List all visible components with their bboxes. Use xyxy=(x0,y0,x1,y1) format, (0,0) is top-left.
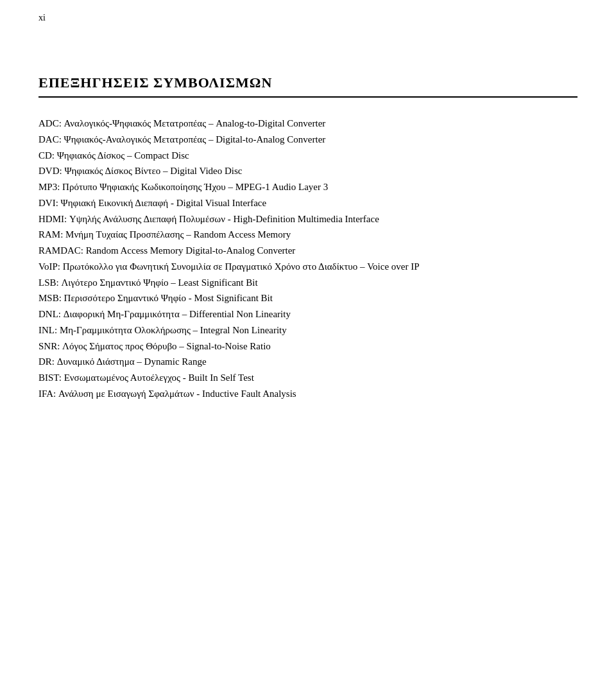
page-number: xi xyxy=(38,13,578,23)
entry-dac: DAC: Ψηφιακός-Αναλογικός Μετατροπέας – D… xyxy=(38,132,578,148)
title-divider xyxy=(38,96,578,98)
page-title: ΕΠΕΞΗΓΗΣΕΙΣ ΣΥΜΒΟΛΙΣΜΩΝ xyxy=(38,74,578,91)
entry-ram: RAM: Μνήμη Τυχαίας Προσπέλασης – Random … xyxy=(38,227,578,243)
entry-cd: CD: Ψηφιακός Δίσκος – Compact Disc xyxy=(38,148,578,164)
entry-lsb: LSB: Λιγότερο Σημαντικό Ψηφίο – Least Si… xyxy=(38,275,578,291)
entry-ramdac: RAMDAC: Random Access Memory Digital-to-… xyxy=(38,243,578,259)
entry-adc: ADC: Αναλογικός-Ψηφιακός Μετατροπέας – A… xyxy=(38,116,578,132)
content-block: ADC: Αναλογικός-Ψηφιακός Μετατροπέας – A… xyxy=(38,116,578,402)
entry-mp3: MP3: Πρότυπο Ψηφιακής Κωδικοποίησης Ήχου… xyxy=(38,179,578,195)
entry-msb: MSB: Περισσότερο Σημαντικό Ψηφίο - Most … xyxy=(38,290,578,306)
entry-ifa: IFA: Ανάλυση με Εισαγωγή Σφαλμάτων - Ind… xyxy=(38,386,578,402)
entry-dnl: DNL: Διαφορική Μη-Γραμμικότητα – Differe… xyxy=(38,306,578,322)
entry-inl: INL: Μη-Γραμμικότητα Ολοκλήρωσης – Integ… xyxy=(38,322,578,338)
entry-bist: BIST: Ενσωματωμένος Αυτοέλεγχος - Built … xyxy=(38,370,578,386)
entry-snr: SNR: Λόγος Σήματος προς Θόρυβο – Signal-… xyxy=(38,338,578,354)
entry-dvd: DVD: Ψηφιακός Δίσκος Βίντεο – Digital Vi… xyxy=(38,163,578,179)
entry-dr: DR: Δυναμικό Διάστημα – Dynamic Range xyxy=(38,354,578,370)
entry-voip: VoIP: Πρωτόκολλο για Φωνητική Συνομιλία … xyxy=(38,259,578,275)
entry-hdmi: HDMI: Υψηλής Ανάλυσης Διεπαφή Πολυμέσων … xyxy=(38,211,578,227)
entry-dvi: DVI: Ψηφιακή Εικονική Διεπαφή - Digital … xyxy=(38,195,578,211)
